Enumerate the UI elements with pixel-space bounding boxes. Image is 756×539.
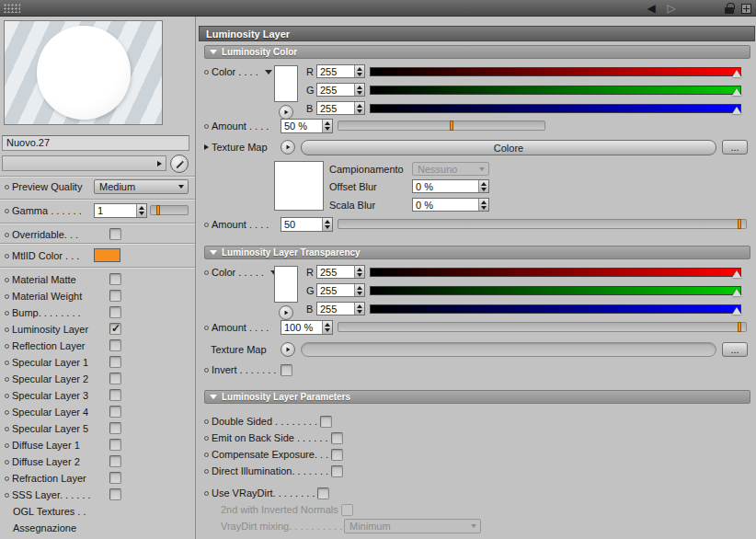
slider-handle-icon[interactable] — [732, 289, 741, 296]
transparency-amount-spinner[interactable]: 100 % — [281, 320, 333, 335]
edit-preview-button[interactable] — [170, 155, 189, 173]
inverted-normals-checkbox[interactable] — [341, 504, 353, 516]
slider-handle-icon[interactable] — [732, 307, 741, 315]
transparency-texture-field[interactable] — [301, 342, 716, 357]
grip-icon[interactable] — [4, 4, 20, 13]
transparency-color-expand-button[interactable] — [279, 305, 293, 320]
spinner-arrows-icon[interactable] — [354, 84, 364, 96]
expander-triangle-icon[interactable] — [204, 144, 209, 150]
amount-texture-slider-handle[interactable] — [738, 219, 741, 229]
slider-handle-icon[interactable] — [732, 70, 741, 77]
vraydirt-mixing-dropdown[interactable]: Minimum — [344, 519, 481, 533]
overridable-checkbox[interactable] — [109, 228, 121, 240]
transparency-texture-browse-button[interactable]: ... — [722, 342, 748, 357]
color-mode-dropdown-icon[interactable] — [265, 70, 272, 75]
b-gradient-slider[interactable] — [370, 104, 741, 113]
scala-blur-spinner[interactable]: 0 % — [412, 198, 489, 212]
channel-specular-layer-5-checkbox[interactable] — [109, 422, 121, 434]
preview-quality-value: Medium — [95, 181, 175, 192]
spinner-arrows-icon[interactable] — [354, 266, 364, 278]
group-header-transparency[interactable]: Luminosity Layer Transparency — [204, 246, 750, 259]
spinner-arrows-icon[interactable] — [354, 284, 364, 296]
browse-dots-label: ... — [730, 344, 739, 355]
amount-slider-handle[interactable] — [450, 120, 453, 131]
transparency-amount-slider[interactable] — [338, 322, 747, 332]
channel-specular-layer-1-checkbox[interactable] — [109, 356, 121, 368]
channel-material-matte-checkbox[interactable] — [109, 273, 121, 285]
transparency-g-gradient-slider[interactable] — [370, 286, 741, 295]
material-preview[interactable] — [4, 20, 163, 125]
r-spinner[interactable]: 255 — [316, 64, 365, 78]
channel-specular-layer-4-checkbox[interactable] — [109, 406, 121, 418]
spinner-arrows-icon[interactable] — [322, 218, 332, 231]
spinner-arrows-icon[interactable] — [354, 303, 364, 315]
channel-row: Specular Layer 5 — [5, 421, 191, 436]
transparency-color-swatch[interactable] — [274, 266, 298, 303]
group-header-parameters[interactable]: Luminosity Layer Parameters — [204, 390, 750, 404]
slider-handle-icon[interactable] — [732, 88, 741, 96]
r-gradient-slider[interactable] — [370, 67, 741, 76]
slider-handle-icon[interactable] — [732, 270, 741, 278]
channel-refraction-layer-checkbox[interactable] — [109, 472, 121, 484]
gamma-spinner[interactable]: 1 — [94, 203, 147, 218]
transparency-g-spinner[interactable]: 255 — [316, 283, 365, 297]
offset-blur-spinner[interactable]: 0 % — [412, 179, 489, 193]
texture-link-button[interactable] — [281, 140, 295, 155]
preview-quality-dropdown[interactable]: Medium — [94, 179, 189, 194]
transparency-b-spinner[interactable]: 255 — [316, 302, 365, 315]
channel-sss-layer-checkbox[interactable] — [109, 488, 121, 500]
emit-back-checkbox[interactable] — [331, 432, 343, 444]
gamma-slider[interactable] — [150, 205, 189, 215]
compensate-exposure-checkbox[interactable] — [331, 449, 343, 461]
mtlid-color-swatch[interactable] — [94, 248, 120, 262]
spinner-arrows-icon[interactable] — [478, 180, 488, 192]
spinner-arrows-icon[interactable] — [322, 321, 332, 334]
spinner-arrows-icon[interactable] — [478, 199, 488, 211]
g-gradient-slider[interactable] — [370, 86, 741, 95]
direct-illumination-checkbox[interactable] — [331, 465, 343, 477]
slider-handle-icon[interactable] — [732, 107, 741, 114]
transparency-r-spinner[interactable]: 255 — [316, 265, 365, 279]
channel-reflection-layer-checkbox[interactable] — [109, 339, 121, 351]
channel-luminosity-layer-checkbox[interactable] — [109, 323, 121, 335]
add-panel-icon[interactable] — [739, 1, 752, 16]
channel-specular-layer-3-checkbox[interactable] — [109, 389, 121, 401]
channel-diffuse-layer-1-checkbox[interactable] — [109, 439, 121, 451]
channel-material-weight-checkbox[interactable] — [109, 290, 121, 302]
history-forward-icon[interactable]: ▷ — [664, 1, 679, 16]
color-expand-button[interactable] — [279, 105, 293, 120]
divider — [0, 243, 195, 245]
texture-browse-button[interactable]: ... — [722, 140, 748, 155]
channel-specular-layer-2-checkbox[interactable] — [109, 373, 121, 384]
amount-spinner[interactable]: 50 % — [281, 119, 333, 133]
campionamento-dropdown[interactable]: Nessuno — [412, 162, 489, 176]
amount-slider[interactable] — [338, 120, 545, 131]
gamma-slider-handle[interactable] — [156, 205, 160, 215]
double-sided-checkbox[interactable] — [320, 416, 332, 428]
b-spinner[interactable]: 255 — [316, 101, 365, 115]
spinner-arrows-icon[interactable] — [354, 65, 364, 77]
transparency-texture-link-button[interactable] — [281, 342, 295, 357]
group-header-luminosity-color[interactable]: Luminosity Color — [204, 45, 750, 59]
preview-size-slider[interactable] — [2, 155, 166, 171]
amount-texture-slider[interactable] — [338, 219, 747, 229]
transparency-b-gradient-slider[interactable] — [370, 304, 741, 314]
channel-bump-checkbox[interactable] — [109, 306, 121, 318]
material-name-input[interactable]: Nuovo.27 — [2, 135, 189, 151]
texture-shader-button[interactable]: Colore — [301, 140, 716, 155]
lock-icon[interactable] — [723, 1, 736, 16]
spinner-arrows-icon[interactable] — [354, 102, 364, 114]
invert-checkbox[interactable] — [281, 364, 292, 376]
channel-diffuse-layer-2-checkbox[interactable] — [109, 455, 121, 467]
transparency-r-gradient-slider[interactable] — [370, 268, 741, 277]
transparency-amount-slider-handle[interactable] — [738, 322, 741, 332]
g-spinner[interactable]: 255 — [316, 83, 365, 97]
spinner-arrows-icon[interactable] — [322, 120, 332, 132]
overridable-row: Overridable. . . — [5, 227, 191, 242]
amount-texture-spinner[interactable]: 50 — [281, 217, 333, 232]
color-swatch[interactable] — [274, 65, 298, 102]
use-vraydirt-checkbox[interactable] — [317, 487, 329, 499]
history-back-icon[interactable]: ◀ — [644, 1, 659, 16]
spinner-arrows-icon[interactable] — [136, 204, 146, 217]
param-dot-icon — [204, 223, 209, 227]
